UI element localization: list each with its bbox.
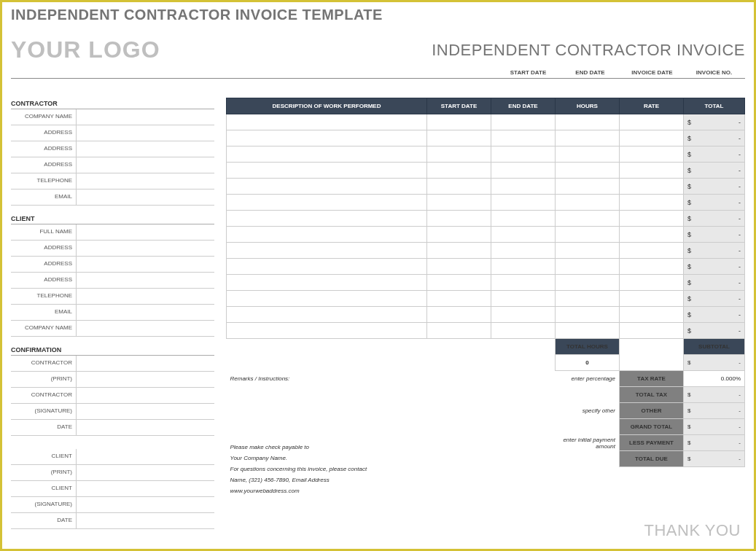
label-telephone: TELEPHONE	[11, 173, 77, 189]
table-cell[interactable]	[427, 179, 491, 195]
table-cell[interactable]	[427, 227, 491, 243]
table-cell[interactable]	[227, 211, 427, 227]
client-tel-input[interactable]	[77, 289, 214, 304]
conf-date-input[interactable]	[77, 420, 214, 435]
table-cell[interactable]	[556, 259, 620, 275]
table-cell[interactable]	[491, 323, 556, 339]
table-cell: $-	[684, 130, 745, 146]
conf-client2-input[interactable]	[77, 481, 214, 496]
conf-client-print-input[interactable]	[77, 465, 214, 480]
table-cell[interactable]	[620, 211, 684, 227]
client-address2-input[interactable]	[77, 257, 214, 272]
table-cell[interactable]	[556, 291, 620, 307]
table-cell[interactable]	[620, 259, 684, 275]
table-cell[interactable]	[227, 195, 427, 211]
table-cell[interactable]	[620, 130, 684, 146]
table-cell[interactable]	[491, 275, 556, 291]
client-email-input[interactable]	[77, 305, 214, 320]
table-cell[interactable]	[227, 179, 427, 195]
client-address3-input[interactable]	[77, 273, 214, 288]
table-cell[interactable]	[556, 275, 620, 291]
table-cell: $-	[684, 146, 745, 163]
table-cell[interactable]	[556, 179, 620, 195]
client-fullname-input[interactable]	[77, 224, 214, 240]
table-cell[interactable]	[227, 275, 427, 291]
table-cell[interactable]	[620, 291, 684, 307]
table-cell[interactable]	[491, 114, 556, 130]
table-cell[interactable]	[620, 195, 684, 211]
table-cell[interactable]	[227, 307, 427, 323]
table-cell[interactable]	[556, 307, 620, 323]
table-cell[interactable]	[491, 163, 556, 179]
contractor-company-input[interactable]	[77, 109, 214, 125]
table-cell[interactable]	[620, 307, 684, 323]
client-company-input[interactable]	[77, 321, 214, 336]
table-cell[interactable]	[427, 243, 491, 259]
table-cell[interactable]	[556, 195, 620, 211]
table-cell[interactable]	[227, 259, 427, 275]
table-cell[interactable]	[556, 211, 620, 227]
table-cell[interactable]	[491, 307, 556, 323]
contractor-tel-input[interactable]	[77, 173, 214, 189]
conf-print-input[interactable]	[77, 372, 214, 387]
table-cell[interactable]	[427, 211, 491, 227]
table-cell[interactable]	[491, 146, 556, 163]
table-cell[interactable]	[427, 291, 491, 307]
table-cell[interactable]	[491, 291, 556, 307]
table-cell[interactable]	[491, 130, 556, 146]
table-cell[interactable]	[491, 195, 556, 211]
total-tax-label: TOTAL TAX	[620, 387, 684, 403]
table-cell[interactable]	[227, 114, 427, 130]
conf-signature-input[interactable]	[77, 404, 214, 419]
less-payment-value[interactable]: $-	[684, 435, 745, 451]
table-cell[interactable]	[620, 179, 684, 195]
conf-client-sig-input[interactable]	[77, 497, 214, 512]
conf-client-date-input[interactable]	[77, 513, 214, 528]
contractor-address2-input[interactable]	[77, 141, 214, 157]
table-cell[interactable]	[491, 259, 556, 275]
table-cell[interactable]	[620, 163, 684, 179]
table-cell[interactable]	[491, 211, 556, 227]
table-cell[interactable]	[491, 243, 556, 259]
client-address1-input[interactable]	[77, 241, 214, 256]
table-cell[interactable]	[620, 146, 684, 163]
table-cell[interactable]	[227, 323, 427, 339]
table-cell[interactable]	[491, 179, 556, 195]
table-cell[interactable]	[491, 227, 556, 243]
table-cell[interactable]	[227, 163, 427, 179]
table-cell[interactable]	[227, 130, 427, 146]
table-cell[interactable]	[556, 114, 620, 130]
table-cell[interactable]	[556, 146, 620, 163]
table-cell[interactable]	[227, 146, 427, 163]
table-cell[interactable]	[427, 114, 491, 130]
contractor-email-input[interactable]	[77, 189, 214, 205]
table-cell[interactable]	[556, 163, 620, 179]
table-cell[interactable]	[427, 163, 491, 179]
table-cell[interactable]	[427, 195, 491, 211]
conf-client-input[interactable]	[77, 449, 214, 464]
contractor-address1-input[interactable]	[77, 125, 214, 141]
table-cell[interactable]	[427, 323, 491, 339]
table-cell[interactable]	[427, 146, 491, 163]
tax-rate-value[interactable]: 0.000%	[684, 371, 745, 387]
table-cell[interactable]	[620, 275, 684, 291]
table-cell[interactable]	[620, 243, 684, 259]
conf-contractor-sig-input[interactable]	[77, 388, 214, 403]
table-cell[interactable]	[556, 323, 620, 339]
table-cell[interactable]	[227, 227, 427, 243]
table-cell[interactable]	[427, 259, 491, 275]
table-cell[interactable]	[556, 243, 620, 259]
contractor-address3-input[interactable]	[77, 157, 214, 173]
table-cell[interactable]	[620, 114, 684, 130]
table-cell[interactable]	[227, 291, 427, 307]
table-cell[interactable]	[427, 307, 491, 323]
table-cell[interactable]	[620, 323, 684, 339]
other-value[interactable]: $-	[684, 403, 745, 419]
table-cell[interactable]	[427, 130, 491, 146]
table-cell[interactable]	[556, 130, 620, 146]
table-cell[interactable]	[227, 243, 427, 259]
table-cell[interactable]	[556, 227, 620, 243]
table-cell[interactable]	[427, 275, 491, 291]
conf-contractor-input[interactable]	[77, 356, 214, 371]
table-cell[interactable]	[620, 227, 684, 243]
